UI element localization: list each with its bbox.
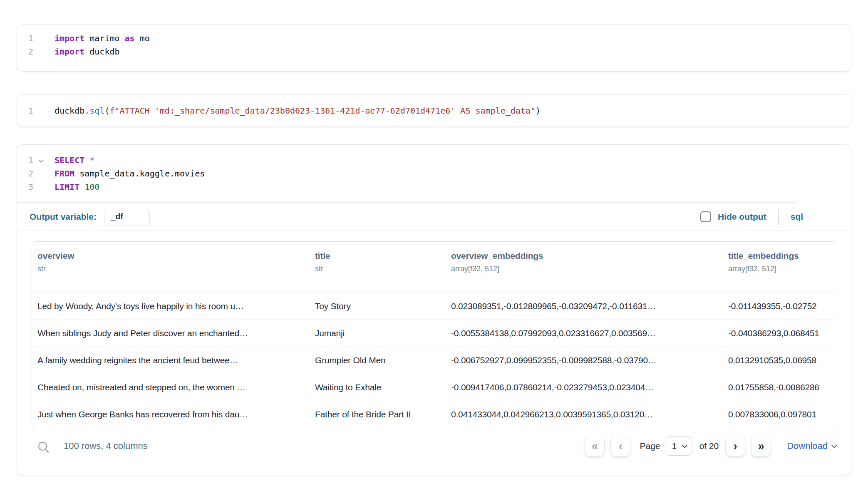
table-footer: 100 rows, 4 columns « ‹ Page 1 of 20 › »… xyxy=(32,434,836,459)
code-line[interactable]: duckdb.sql(f"ATTACH 'md:_share/sample_da… xyxy=(55,104,851,117)
download-label: Download xyxy=(787,441,828,451)
code-editor[interactable]: 123 SELECT *FROM sample_data.kaggle.movi… xyxy=(17,145,851,202)
column-name[interactable]: overview_embeddings xyxy=(451,251,723,261)
code-token[interactable]: sql xyxy=(89,106,104,116)
line-number: 1 xyxy=(17,154,46,167)
table-cell: 0.0132910535,0.06958 xyxy=(723,355,837,365)
table-cell: 0.007833006,0.097801 xyxy=(723,409,837,419)
code-area[interactable]: import marimo as moimport duckdb xyxy=(46,32,851,58)
table-cell: 0.01755858,-0.0086286 xyxy=(723,382,837,392)
line-number-gutter: 1 xyxy=(17,104,46,117)
column-name[interactable]: title xyxy=(315,251,446,261)
table-cell: Father of the Bride Part II xyxy=(310,409,446,419)
first-page-button[interactable]: « xyxy=(585,436,605,456)
page-label: Page xyxy=(640,441,660,451)
code-token[interactable]: 100 xyxy=(84,182,99,192)
line-number: 2 xyxy=(17,167,46,180)
marimo-notebook: 12 import marimo as moimport duckdb 1 du… xyxy=(0,0,868,496)
table-cell: A family wedding reignites the ancient f… xyxy=(32,355,310,365)
code-token[interactable]: * xyxy=(89,155,94,165)
code-token[interactable]: import xyxy=(55,47,84,57)
line-number: 1 xyxy=(17,104,46,117)
hide-output-label[interactable]: Hide output xyxy=(718,212,766,222)
output-variable-input[interactable]: _df xyxy=(104,208,150,226)
chevron-down-icon xyxy=(831,442,837,448)
code-area[interactable]: SELECT *FROM sample_data.kaggle.moviesLI… xyxy=(46,154,851,193)
code-token[interactable]: SELECT xyxy=(55,155,84,165)
sql-cell[interactable]: 123 SELECT *FROM sample_data.kaggle.movi… xyxy=(17,144,851,475)
table-row[interactable]: A family wedding reignites the ancient f… xyxy=(32,347,837,374)
table-cell: Toy Story xyxy=(310,301,446,311)
table-row[interactable]: When siblings Judy and Peter discover an… xyxy=(32,320,837,347)
code-line[interactable]: SELECT * xyxy=(55,154,851,167)
column-type: array[f32, 512] xyxy=(728,265,837,273)
table-cell: Grumpier Old Men xyxy=(310,355,446,365)
code-token[interactable]: ( xyxy=(104,106,109,116)
code-token[interactable]: import xyxy=(55,33,84,43)
table-header: overviewstrtitlestroverview_embeddingsar… xyxy=(32,242,837,293)
table-cell: Jumanji xyxy=(310,328,446,338)
table-row[interactable]: Just when George Banks has recovered fro… xyxy=(32,401,837,428)
code-token[interactable]: sample_data.kaggle.movies xyxy=(74,169,205,179)
column-header[interactable]: title_embeddingsarray[f32, 512] xyxy=(723,251,837,293)
fold-chevron-icon[interactable] xyxy=(38,158,43,162)
code-token[interactable]: duckdb xyxy=(55,106,84,116)
code-line[interactable]: import marimo as mo xyxy=(55,32,851,45)
table-cell: -0.011439355,-0.02752 xyxy=(723,301,837,311)
column-type: str xyxy=(315,265,446,273)
column-name[interactable]: title_embeddings xyxy=(728,251,837,261)
column-name[interactable]: overview xyxy=(37,251,310,261)
column-header[interactable]: overviewstr xyxy=(32,251,310,293)
code-editor[interactable]: 1 duckdb.sql(f"ATTACH 'md:_share/sample_… xyxy=(17,95,851,126)
code-token[interactable] xyxy=(84,155,89,165)
table-cell: When siblings Judy and Peter discover an… xyxy=(32,328,310,338)
last-page-button[interactable]: » xyxy=(751,436,771,456)
code-token[interactable]: duckdb xyxy=(84,47,119,57)
table-body: Led by Woody, Andy's toys live happily i… xyxy=(32,293,837,428)
pagination: « ‹ Page 1 of 20 › » Download xyxy=(585,436,836,456)
code-token[interactable]: . xyxy=(84,106,89,116)
code-cell-imports[interactable]: 12 import marimo as moimport duckdb xyxy=(17,24,851,72)
code-token[interactable]: LIMIT xyxy=(55,182,79,192)
code-token[interactable]: marimo xyxy=(84,33,124,43)
search-icon[interactable] xyxy=(38,442,47,451)
column-header[interactable]: titlestr xyxy=(310,251,446,293)
code-area[interactable]: duckdb.sql(f"ATTACH 'md:_share/sample_da… xyxy=(46,104,851,117)
code-token[interactable]: as xyxy=(125,33,135,43)
chevron-down-icon xyxy=(682,442,687,448)
code-line[interactable]: FROM sample_data.kaggle.movies xyxy=(55,167,851,180)
table-cell: 0.041433044,0.042966213,0.0039591365,0.0… xyxy=(446,409,723,419)
code-token[interactable]: mo xyxy=(135,33,150,43)
code-editor[interactable]: 12 import marimo as moimport duckdb xyxy=(17,25,851,65)
language-badge: sql xyxy=(791,212,803,222)
table-cell: Led by Woody, Andy's toys live happily i… xyxy=(32,301,310,311)
column-type: str xyxy=(37,265,310,273)
line-number: 2 xyxy=(17,45,46,58)
table-cell: -0.0055384138,0.07992093,0.023316627,0.0… xyxy=(446,328,723,338)
page-total-label: of 20 xyxy=(699,441,719,451)
hide-output-checkbox[interactable] xyxy=(700,211,711,222)
code-line[interactable]: LIMIT 100 xyxy=(55,180,851,193)
table-cell: Cheated on, mistreated and stepped on, t… xyxy=(32,382,310,392)
line-number-gutter: 12 xyxy=(17,32,46,58)
code-token[interactable]: f"ATTACH 'md:_share/sample_data/23b0d623… xyxy=(109,106,536,116)
code-token[interactable]: ) xyxy=(536,106,541,116)
code-token[interactable] xyxy=(79,182,84,192)
download-menu[interactable]: Download xyxy=(787,441,836,451)
output-area: overviewstrtitlestroverview_embeddingsar… xyxy=(17,231,851,459)
table-cell: 0.023089351,-0.012809965,-0.03209472,-0.… xyxy=(446,301,723,311)
table-cell: -0.009417406,0.07860214,-0.023279453,0.0… xyxy=(446,382,723,392)
output-variable-bar: Output variable: _df Hide output sql xyxy=(17,203,851,231)
page-number-select[interactable]: 1 xyxy=(665,436,692,456)
column-header[interactable]: overview_embeddingsarray[f32, 512] xyxy=(446,251,723,293)
table-cell: -0.040386293,0.068451 xyxy=(723,328,837,338)
output-variable-label: Output variable: xyxy=(30,212,97,222)
table-row[interactable]: Cheated on, mistreated and stepped on, t… xyxy=(32,374,837,401)
next-page-button[interactable]: › xyxy=(725,436,745,456)
line-number-gutter: 123 xyxy=(17,154,46,193)
code-cell-attach[interactable]: 1 duckdb.sql(f"ATTACH 'md:_share/sample_… xyxy=(17,94,851,127)
code-token[interactable]: FROM xyxy=(55,169,74,179)
code-line[interactable]: import duckdb xyxy=(55,45,851,58)
prev-page-button[interactable]: ‹ xyxy=(610,436,630,456)
table-row[interactable]: Led by Woody, Andy's toys live happily i… xyxy=(32,293,837,320)
